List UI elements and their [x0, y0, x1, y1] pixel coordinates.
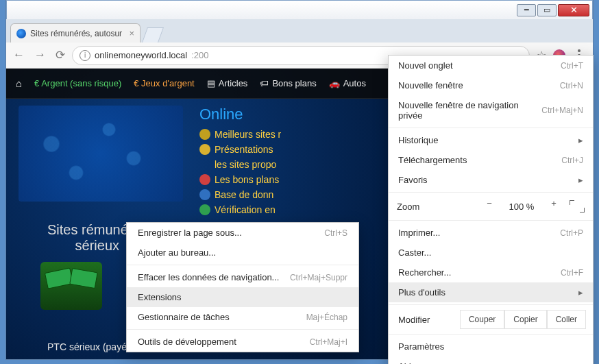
- check-icon: [199, 204, 210, 215]
- menu-help[interactable]: Aide▸: [389, 356, 593, 364]
- browser-tab[interactable]: Sites rémunérés, autosur ×: [10, 23, 140, 43]
- site-info-icon[interactable]: i: [80, 50, 90, 61]
- world-map-image: [19, 106, 183, 202]
- zoom-value: 100 %: [505, 202, 538, 212]
- fullscreen-icon[interactable]: [570, 200, 585, 213]
- nav-bons[interactable]: 🏷 Bons plans: [260, 78, 316, 88]
- more-tools-submenu: Enregistrer la page sous...Ctrl+S Ajoute…: [126, 222, 359, 352]
- database-icon: [199, 189, 210, 200]
- close-tab-icon[interactable]: ×: [129, 28, 134, 38]
- menu-history[interactable]: Historique▸: [389, 130, 593, 150]
- favicon-icon: [16, 29, 26, 38]
- copy-button[interactable]: Copier: [504, 310, 546, 329]
- cut-button[interactable]: Couper: [460, 310, 504, 329]
- tab-title: Sites rémunérés, autosur: [30, 29, 125, 38]
- medal-icon: [199, 129, 210, 140]
- menu-bookmarks[interactable]: Favoris▸: [389, 170, 593, 190]
- chevron-right-icon: ▸: [578, 287, 583, 298]
- nav-jeux[interactable]: € Jeux d'argent: [134, 78, 195, 88]
- menu-edit-row: Modifier Couper Copier Coller: [389, 307, 593, 332]
- zoom-in-button[interactable]: +: [545, 198, 563, 215]
- window-minimize-button[interactable]: ━: [517, 4, 536, 16]
- window-titlebar: ━ ▭ ✕: [6, 0, 593, 19]
- home-icon[interactable]: ⌂: [16, 77, 22, 89]
- menu-settings[interactable]: Paramètres: [389, 337, 593, 356]
- submenu-save-page[interactable]: Enregistrer la page sous...Ctrl+S: [127, 223, 358, 243]
- chevron-right-icon: ▸: [578, 175, 583, 185]
- submenu-task-manager[interactable]: Gestionnaire de tâchesMaj+Échap: [127, 307, 358, 327]
- nav-autos[interactable]: 🚗 Autos: [329, 78, 366, 88]
- menu-zoom-row: Zoom − 100 % +: [389, 195, 593, 218]
- new-tab-button[interactable]: [142, 27, 164, 43]
- coins-icon: [199, 144, 210, 155]
- paste-button[interactable]: Coller: [547, 310, 586, 329]
- site-name: Online: [199, 106, 281, 123]
- back-icon[interactable]: ←: [13, 48, 25, 62]
- menu-find[interactable]: Rechercher...Ctrl+F: [389, 263, 593, 282]
- reload-icon[interactable]: ⟳: [56, 48, 65, 62]
- money-illustration: [40, 262, 102, 310]
- menu-incognito[interactable]: Nouvelle fenêtre de navigation privéeCtr…: [389, 95, 593, 125]
- nav-argent[interactable]: € Argent (sans risque): [34, 78, 121, 88]
- nav-articles[interactable]: ▤ Articles: [207, 78, 248, 88]
- chevron-right-icon: ▸: [578, 361, 583, 364]
- hero-text: Online Meilleurs sites r Présentations l…: [199, 106, 281, 215]
- window-maximize-button[interactable]: ▭: [537, 4, 557, 16]
- tab-strip: Sites rémunérés, autosur ×: [6, 19, 593, 43]
- submenu-extensions[interactable]: Extensions: [127, 287, 358, 307]
- window-close-button[interactable]: ✕: [558, 4, 589, 16]
- zoom-out-button[interactable]: −: [480, 198, 498, 215]
- menu-print[interactable]: Imprimer...Ctrl+P: [389, 223, 593, 243]
- menu-more-tools[interactable]: Plus d'outils▸: [389, 282, 593, 302]
- chevron-right-icon: ▸: [578, 135, 583, 145]
- zoom-label: Zoom: [397, 202, 474, 212]
- url-host: onlinemoneyworld.local: [95, 50, 187, 60]
- forward-icon[interactable]: →: [34, 48, 46, 62]
- menu-cast[interactable]: Caster...: [389, 243, 593, 263]
- submenu-clear-data[interactable]: Effacer les données de navigation...Ctrl…: [127, 267, 358, 287]
- url-port: :200: [191, 50, 208, 60]
- submenu-add-desktop[interactable]: Ajouter au bureau...: [127, 243, 358, 263]
- tag-icon: [199, 174, 210, 185]
- submenu-dev-tools[interactable]: Outils de développementCtrl+Maj+I: [127, 332, 358, 352]
- menu-new-tab[interactable]: Nouvel ongletCtrl+T: [389, 56, 593, 75]
- chrome-main-menu: Nouvel ongletCtrl+T Nouvelle fenêtreCtrl…: [388, 55, 594, 364]
- edit-label: Modifier: [395, 311, 460, 329]
- menu-new-window[interactable]: Nouvelle fenêtreCtrl+N: [389, 75, 593, 95]
- menu-downloads[interactable]: TéléchargementsCtrl+J: [389, 150, 593, 170]
